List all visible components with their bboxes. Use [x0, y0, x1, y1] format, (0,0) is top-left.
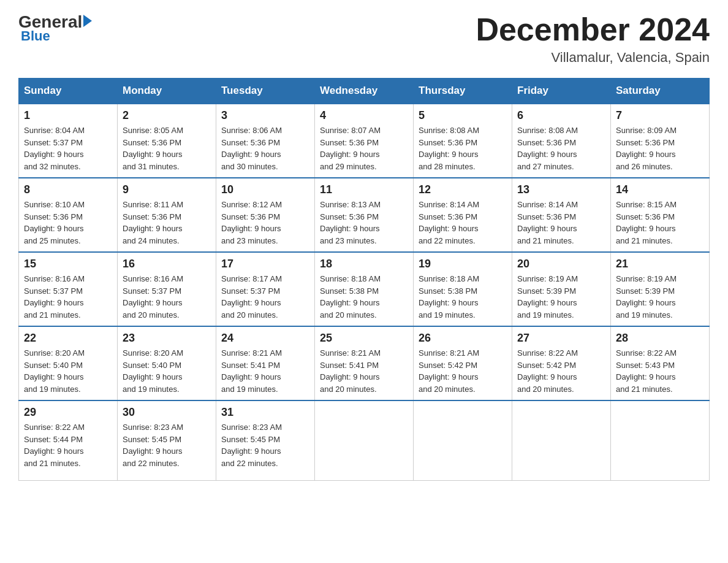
- page-header: General Blue December 2024 Villamalur, V…: [18, 12, 710, 66]
- logo: General Blue: [18, 12, 92, 44]
- calendar-cell: 11Sunrise: 8:13 AMSunset: 5:36 PMDayligh…: [315, 178, 414, 252]
- day-info: Sunrise: 8:22 AMSunset: 5:42 PMDaylight:…: [517, 347, 605, 395]
- calendar-cell: 5Sunrise: 8:08 AMSunset: 5:36 PMDaylight…: [414, 104, 512, 178]
- week-row-2: 8Sunrise: 8:10 AMSunset: 5:36 PMDaylight…: [19, 178, 710, 252]
- day-number: 18: [320, 258, 408, 270]
- calendar-body: 1Sunrise: 8:04 AMSunset: 5:37 PMDaylight…: [19, 104, 710, 480]
- calendar-cell: 23Sunrise: 8:20 AMSunset: 5:40 PMDayligh…: [118, 326, 216, 400]
- day-number: 8: [24, 183, 112, 196]
- month-title: December 2024: [476, 12, 710, 47]
- header-cell-saturday: Saturday: [611, 79, 710, 104]
- day-info: Sunrise: 8:12 AMSunset: 5:36 PMDaylight:…: [221, 199, 309, 247]
- calendar-cell: 8Sunrise: 8:10 AMSunset: 5:36 PMDaylight…: [19, 178, 118, 252]
- header-cell-monday: Monday: [118, 79, 216, 104]
- location-subtitle: Villamalur, Valencia, Spain: [476, 50, 710, 66]
- day-info: Sunrise: 8:09 AMSunset: 5:36 PMDaylight:…: [616, 124, 704, 172]
- day-info: Sunrise: 8:10 AMSunset: 5:36 PMDaylight:…: [24, 199, 112, 247]
- calendar-cell: 31Sunrise: 8:23 AMSunset: 5:45 PMDayligh…: [216, 400, 315, 480]
- calendar-cell: 18Sunrise: 8:18 AMSunset: 5:38 PMDayligh…: [315, 252, 414, 326]
- day-info: Sunrise: 8:21 AMSunset: 5:41 PMDaylight:…: [221, 347, 309, 395]
- day-number: 31: [221, 406, 309, 419]
- calendar-cell: 9Sunrise: 8:11 AMSunset: 5:36 PMDaylight…: [118, 178, 216, 252]
- day-number: 9: [123, 183, 211, 196]
- day-number: 2: [123, 109, 211, 122]
- day-number: 7: [616, 109, 704, 122]
- calendar-cell: 10Sunrise: 8:12 AMSunset: 5:36 PMDayligh…: [216, 178, 315, 252]
- day-number: 11: [320, 183, 408, 196]
- day-info: Sunrise: 8:19 AMSunset: 5:39 PMDaylight:…: [616, 273, 704, 321]
- day-number: 15: [24, 258, 112, 270]
- day-info: Sunrise: 8:18 AMSunset: 5:38 PMDaylight:…: [419, 273, 507, 321]
- day-info: Sunrise: 8:22 AMSunset: 5:43 PMDaylight:…: [616, 347, 704, 395]
- calendar-cell: 26Sunrise: 8:21 AMSunset: 5:42 PMDayligh…: [414, 326, 512, 400]
- calendar-cell: 29Sunrise: 8:22 AMSunset: 5:44 PMDayligh…: [19, 400, 118, 480]
- calendar-cell: 12Sunrise: 8:14 AMSunset: 5:36 PMDayligh…: [414, 178, 512, 252]
- calendar-cell: 15Sunrise: 8:16 AMSunset: 5:37 PMDayligh…: [19, 252, 118, 326]
- day-number: 17: [221, 258, 309, 270]
- day-number: 4: [320, 109, 408, 122]
- day-number: 26: [419, 332, 507, 345]
- calendar-header: SundayMondayTuesdayWednesdayThursdayFrid…: [19, 79, 710, 104]
- day-info: Sunrise: 8:23 AMSunset: 5:45 PMDaylight:…: [123, 421, 211, 469]
- day-number: 30: [123, 406, 211, 419]
- calendar-cell: 4Sunrise: 8:07 AMSunset: 5:36 PMDaylight…: [315, 104, 414, 178]
- day-number: 20: [517, 258, 605, 270]
- day-info: Sunrise: 8:14 AMSunset: 5:36 PMDaylight:…: [419, 199, 507, 247]
- day-info: Sunrise: 8:20 AMSunset: 5:40 PMDaylight:…: [24, 347, 112, 395]
- calendar-cell: 14Sunrise: 8:15 AMSunset: 5:36 PMDayligh…: [611, 178, 710, 252]
- day-info: Sunrise: 8:18 AMSunset: 5:38 PMDaylight:…: [320, 273, 408, 321]
- day-number: 21: [616, 258, 704, 270]
- calendar-cell: [611, 400, 710, 480]
- day-info: Sunrise: 8:08 AMSunset: 5:36 PMDaylight:…: [419, 124, 507, 172]
- day-number: 10: [221, 183, 309, 196]
- week-row-3: 15Sunrise: 8:16 AMSunset: 5:37 PMDayligh…: [19, 252, 710, 326]
- calendar-cell: 27Sunrise: 8:22 AMSunset: 5:42 PMDayligh…: [512, 326, 611, 400]
- calendar-cell: 3Sunrise: 8:06 AMSunset: 5:36 PMDaylight…: [216, 104, 315, 178]
- day-info: Sunrise: 8:11 AMSunset: 5:36 PMDaylight:…: [123, 199, 211, 247]
- header-row: SundayMondayTuesdayWednesdayThursdayFrid…: [19, 79, 710, 104]
- calendar-cell: 25Sunrise: 8:21 AMSunset: 5:41 PMDayligh…: [315, 326, 414, 400]
- calendar-cell: 7Sunrise: 8:09 AMSunset: 5:36 PMDaylight…: [611, 104, 710, 178]
- day-info: Sunrise: 8:15 AMSunset: 5:36 PMDaylight:…: [616, 199, 704, 247]
- day-info: Sunrise: 8:21 AMSunset: 5:41 PMDaylight:…: [320, 347, 408, 395]
- title-block: December 2024 Villamalur, Valencia, Spai…: [476, 12, 710, 66]
- day-info: Sunrise: 8:20 AMSunset: 5:40 PMDaylight:…: [123, 347, 211, 395]
- day-info: Sunrise: 8:05 AMSunset: 5:36 PMDaylight:…: [123, 124, 211, 172]
- week-row-1: 1Sunrise: 8:04 AMSunset: 5:37 PMDaylight…: [19, 104, 710, 178]
- day-number: 5: [419, 109, 507, 122]
- calendar-cell: [414, 400, 512, 480]
- calendar-cell: 24Sunrise: 8:21 AMSunset: 5:41 PMDayligh…: [216, 326, 315, 400]
- day-info: Sunrise: 8:08 AMSunset: 5:36 PMDaylight:…: [517, 124, 605, 172]
- day-number: 12: [419, 183, 507, 196]
- day-info: Sunrise: 8:06 AMSunset: 5:36 PMDaylight:…: [221, 124, 309, 172]
- calendar-cell: 16Sunrise: 8:16 AMSunset: 5:37 PMDayligh…: [118, 252, 216, 326]
- header-cell-thursday: Thursday: [414, 79, 512, 104]
- day-info: Sunrise: 8:16 AMSunset: 5:37 PMDaylight:…: [123, 273, 211, 321]
- calendar-cell: 20Sunrise: 8:19 AMSunset: 5:39 PMDayligh…: [512, 252, 611, 326]
- calendar-cell: [315, 400, 414, 480]
- day-number: 28: [616, 332, 704, 345]
- day-number: 22: [24, 332, 112, 345]
- day-info: Sunrise: 8:13 AMSunset: 5:36 PMDaylight:…: [320, 199, 408, 247]
- day-number: 16: [123, 258, 211, 270]
- calendar-cell: 30Sunrise: 8:23 AMSunset: 5:45 PMDayligh…: [118, 400, 216, 480]
- day-number: 14: [616, 183, 704, 196]
- day-info: Sunrise: 8:23 AMSunset: 5:45 PMDaylight:…: [221, 421, 309, 469]
- day-number: 19: [419, 258, 507, 270]
- calendar-cell: 2Sunrise: 8:05 AMSunset: 5:36 PMDaylight…: [118, 104, 216, 178]
- day-info: Sunrise: 8:22 AMSunset: 5:44 PMDaylight:…: [24, 421, 112, 469]
- calendar-cell: 22Sunrise: 8:20 AMSunset: 5:40 PMDayligh…: [19, 326, 118, 400]
- calendar-cell: 6Sunrise: 8:08 AMSunset: 5:36 PMDaylight…: [512, 104, 611, 178]
- week-row-5: 29Sunrise: 8:22 AMSunset: 5:44 PMDayligh…: [19, 400, 710, 480]
- day-info: Sunrise: 8:17 AMSunset: 5:37 PMDaylight:…: [221, 273, 309, 321]
- day-number: 27: [517, 332, 605, 345]
- day-info: Sunrise: 8:16 AMSunset: 5:37 PMDaylight:…: [24, 273, 112, 321]
- week-row-4: 22Sunrise: 8:20 AMSunset: 5:40 PMDayligh…: [19, 326, 710, 400]
- day-number: 1: [24, 109, 112, 122]
- header-cell-friday: Friday: [512, 79, 611, 104]
- day-info: Sunrise: 8:07 AMSunset: 5:36 PMDaylight:…: [320, 124, 408, 172]
- day-number: 6: [517, 109, 605, 122]
- day-info: Sunrise: 8:14 AMSunset: 5:36 PMDaylight:…: [517, 199, 605, 247]
- logo-triangle-icon: [83, 15, 92, 27]
- header-cell-wednesday: Wednesday: [315, 79, 414, 104]
